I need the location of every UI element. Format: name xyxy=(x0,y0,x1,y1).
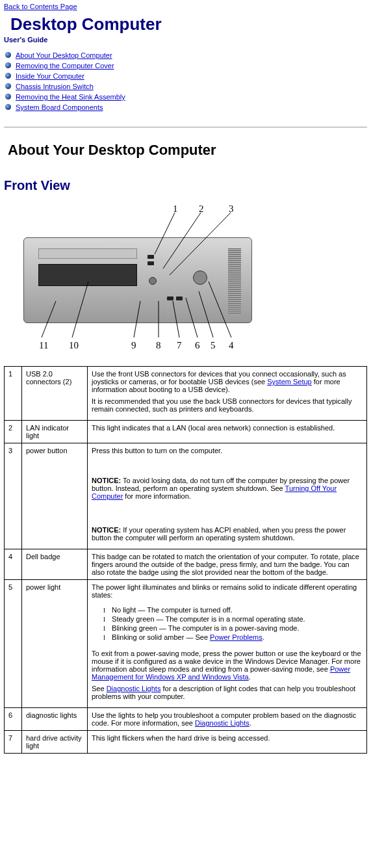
row-name: power light xyxy=(22,580,88,708)
front-vent xyxy=(228,248,241,313)
bullet-icon xyxy=(5,62,11,68)
table-row: 3 power button Press this button to turn… xyxy=(5,443,367,549)
notice-label: NOTICE: xyxy=(92,477,121,484)
row-desc: Use the front USB connectors for devices… xyxy=(88,367,367,421)
diagnostic-lights-link[interactable]: Diagnostic Lights xyxy=(107,685,161,692)
row-num: 7 xyxy=(5,731,22,754)
toc-link-about[interactable]: About Your Desktop Computer xyxy=(16,51,112,59)
row-num: 2 xyxy=(5,421,22,443)
callout-7: 7 xyxy=(177,340,182,351)
callout-6: 6 xyxy=(195,340,200,351)
optical-drive-slot xyxy=(38,248,137,259)
section-heading-about: About Your Desktop Computer xyxy=(8,142,367,159)
row-num: 1 xyxy=(5,367,22,421)
front-port xyxy=(147,255,154,259)
power-problems-link[interactable]: Power Problems xyxy=(210,633,262,641)
bullet-icon xyxy=(5,52,11,58)
bullet-icon xyxy=(5,73,11,79)
list-item: Steady green — The computer is in a norm… xyxy=(103,614,363,624)
callout-9: 9 xyxy=(131,340,136,351)
row-desc: Press this button to turn on the compute… xyxy=(88,443,367,549)
desc-text: Press this button to turn on the compute… xyxy=(92,447,363,454)
toc-link-cover[interactable]: Removing the Computer Cover xyxy=(16,62,114,70)
list-item: No light — The computer is turned off. xyxy=(103,605,363,614)
dell-badge-graphic xyxy=(193,270,207,285)
notice-text: for more information. xyxy=(123,492,191,500)
desc-text: See xyxy=(92,685,107,692)
table-row: 2 LAN indicator light This light indicat… xyxy=(5,421,367,443)
desc-text: . xyxy=(249,719,251,727)
desc-text: To exit from a power-saving mode, press … xyxy=(92,650,361,673)
list-item-text: Blinking or solid amber — See xyxy=(112,633,210,641)
row-num: 3 xyxy=(5,443,22,549)
floppy-bay xyxy=(38,264,137,286)
toc-link-chassis[interactable]: Chassis Intrusion Switch xyxy=(16,83,94,90)
toc-list: About Your Desktop Computer Removing the… xyxy=(4,50,367,112)
callout-2: 2 xyxy=(199,204,204,215)
front-port xyxy=(176,296,183,300)
bullet-icon xyxy=(5,104,11,110)
desc-text: It is recommended that you use the back … xyxy=(92,397,363,413)
page-title: Desktop Computer xyxy=(10,14,367,34)
table-row: 7 hard drive activity light This light f… xyxy=(5,731,367,754)
divider xyxy=(4,127,367,127)
parts-table: 1 USB 2.0 connectors (2) Use the front U… xyxy=(4,366,367,754)
toc-link-sysboard[interactable]: System Board Components xyxy=(16,103,103,111)
front-view-figure: 1 2 3 11 10 9 8 7 6 5 4 xyxy=(17,204,257,353)
power-button-graphic xyxy=(149,277,157,285)
row-name: Dell badge xyxy=(22,549,88,580)
desc-text: . xyxy=(249,673,251,681)
table-row: 4 Dell badge This badge can be rotated t… xyxy=(5,549,367,580)
back-to-contents-link[interactable]: Back to Contents Page xyxy=(4,3,77,10)
callout-3: 3 xyxy=(229,204,234,215)
row-name: hard drive activity light xyxy=(22,731,88,754)
row-num: 6 xyxy=(5,708,22,731)
callout-10: 10 xyxy=(69,340,79,351)
table-row: 1 USB 2.0 connectors (2) Use the front U… xyxy=(5,367,367,421)
row-desc: Use the lights to help you troubleshoot … xyxy=(88,708,367,731)
row-num: 4 xyxy=(5,549,22,580)
callout-5: 5 xyxy=(211,340,216,351)
row-desc: The power light illuminates and blinks o… xyxy=(88,580,367,708)
row-name: USB 2.0 connectors (2) xyxy=(22,367,88,421)
front-port xyxy=(147,261,154,265)
notice-label: NOTICE: xyxy=(92,526,121,534)
table-row: 6 diagnostic lights Use the lights to he… xyxy=(5,708,367,731)
guide-label: User's Guide xyxy=(4,36,367,44)
toc-link-inside[interactable]: Inside Your Computer xyxy=(16,72,84,80)
callout-1: 1 xyxy=(173,204,178,215)
subsection-heading-front-view: Front View xyxy=(4,178,367,193)
front-port xyxy=(167,296,173,300)
bullet-icon xyxy=(5,83,11,89)
row-num: 5 xyxy=(5,580,22,708)
row-desc: This light indicates that a LAN (local a… xyxy=(88,421,367,443)
bullet-icon xyxy=(5,94,11,99)
row-desc: This light flickers when the hard drive … xyxy=(88,731,367,754)
desc-text: The power light illuminates and blinks o… xyxy=(92,583,363,599)
toc-link-heatsink[interactable]: Removing the Heat Sink Assembly xyxy=(16,93,125,101)
row-name: diagnostic lights xyxy=(22,708,88,731)
system-setup-link[interactable]: System Setup xyxy=(267,378,311,386)
row-desc: This badge can be rotated to match the o… xyxy=(88,549,367,580)
list-item-text: . xyxy=(262,633,264,641)
callout-11: 11 xyxy=(39,340,48,351)
callout-4: 4 xyxy=(229,340,234,351)
callout-8: 8 xyxy=(156,340,161,351)
diagnostic-lights-link[interactable]: Diagnostic Lights xyxy=(195,719,249,727)
table-row: 5 power light The power light illuminate… xyxy=(5,580,367,708)
list-item: Blinking green — The computer is in a po… xyxy=(103,624,363,633)
row-name: LAN indicator light xyxy=(22,421,88,443)
notice-text: If your operating system has ACPI enable… xyxy=(92,526,346,542)
list-item: Blinking or solid amber — See Power Prob… xyxy=(103,633,363,642)
computer-body xyxy=(23,237,252,323)
row-name: power button xyxy=(22,443,88,549)
state-list: No light — The computer is turned off. S… xyxy=(103,605,363,642)
